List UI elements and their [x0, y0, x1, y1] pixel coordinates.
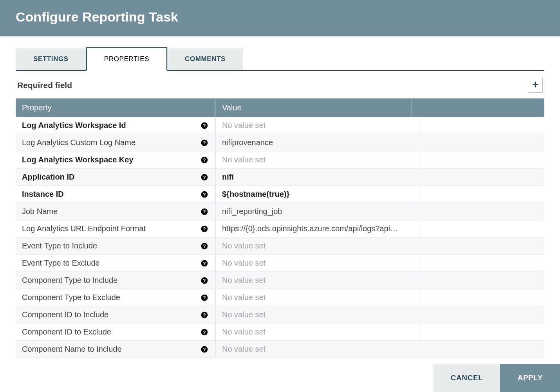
property-name: Log Analytics Workspace Key: [22, 155, 197, 164]
property-extra-cell: [419, 203, 544, 220]
table-row: Component Type to Exclude?No value set: [16, 289, 544, 306]
property-value-cell[interactable]: No value set: [215, 306, 419, 323]
table-row: Component ID to Include?No value set: [16, 306, 544, 324]
property-extra-cell: [419, 289, 544, 306]
table-row: Log Analytics Custom Log Name?nifiproven…: [16, 134, 544, 151]
property-name: Log Analytics Custom Log Name: [22, 138, 197, 147]
property-name: Component Name to Include: [22, 345, 197, 354]
tab-settings[interactable]: SETTINGS: [16, 48, 86, 70]
property-extra-cell: [419, 341, 544, 358]
property-value-cell[interactable]: No value set: [215, 117, 419, 134]
property-value-cell[interactable]: nifi_reporting_job: [215, 203, 419, 220]
property-extra-cell: [419, 117, 544, 134]
property-name-cell: Component Type to Exclude?: [16, 289, 215, 306]
svg-text:?: ?: [203, 123, 206, 128]
svg-text:?: ?: [203, 140, 206, 145]
help-icon[interactable]: ?: [201, 277, 208, 284]
property-value: No value set: [222, 241, 413, 250]
help-icon[interactable]: ?: [201, 294, 208, 302]
property-value-cell[interactable]: No value set: [215, 255, 419, 272]
help-icon[interactable]: ?: [201, 328, 208, 336]
table-row: Log Analytics Workspace Key?No value set: [16, 151, 544, 169]
svg-text:?: ?: [203, 157, 206, 162]
property-value: No value set: [222, 293, 413, 302]
property-value: No value set: [222, 276, 413, 285]
property-value-cell[interactable]: nifiprovenance: [215, 134, 419, 151]
property-extra-cell: [419, 237, 544, 254]
plus-icon: [531, 80, 540, 90]
help-icon[interactable]: ?: [201, 259, 208, 267]
help-icon[interactable]: ?: [201, 156, 208, 164]
table-row: Component ID to Exclude?No value set: [16, 324, 544, 341]
svg-text:?: ?: [203, 192, 206, 197]
property-name: Instance ID: [22, 190, 197, 199]
help-icon[interactable]: ?: [201, 345, 208, 353]
property-name-cell: Event Type to Include?: [16, 237, 215, 254]
property-extra-cell: [419, 306, 544, 323]
help-icon[interactable]: ?: [201, 225, 208, 233]
svg-text:?: ?: [203, 174, 206, 180]
cancel-button[interactable]: CANCEL: [434, 364, 500, 392]
property-value-cell[interactable]: No value set: [215, 324, 419, 340]
table-row: Log Analytics Workspace Id?No value set: [16, 117, 544, 134]
property-extra-cell: [419, 255, 544, 272]
property-name: Component ID to Include: [22, 310, 197, 319]
property-name: Log Analytics Workspace Id: [22, 121, 197, 130]
property-value-cell[interactable]: nifi: [215, 169, 419, 185]
property-value-cell[interactable]: https://{0}.ods.opinsights.azure.com/api…: [215, 220, 419, 237]
column-header-value: Value: [215, 99, 411, 117]
table-row: Event Type to Include?No value set: [16, 237, 544, 255]
table-row: Log Analytics URL Endpoint Format?https:…: [16, 220, 544, 237]
property-name: Log Analytics URL Endpoint Format: [22, 224, 197, 233]
property-value: ${hostname(true)}: [222, 190, 413, 199]
help-icon[interactable]: ?: [201, 191, 208, 198]
table-header: Property Value: [16, 99, 544, 117]
property-name: Event Type to Exclude: [22, 259, 197, 268]
svg-text:?: ?: [203, 226, 206, 231]
apply-button[interactable]: APPLY: [500, 364, 560, 392]
help-icon[interactable]: ?: [201, 311, 208, 319]
property-value-cell[interactable]: ${hostname(true)}: [215, 186, 419, 203]
properties-top-bar: Required field: [16, 71, 544, 98]
property-value-cell[interactable]: No value set: [215, 272, 419, 289]
property-value: No value set: [222, 155, 413, 164]
add-property-button[interactable]: [528, 78, 543, 93]
property-extra-cell: [419, 324, 544, 340]
property-value-cell[interactable]: No value set: [215, 341, 419, 358]
svg-text:?: ?: [203, 261, 206, 266]
property-name: Job Name: [22, 207, 197, 216]
property-value-cell[interactable]: No value set: [215, 289, 419, 306]
property-value-cell[interactable]: No value set: [215, 151, 419, 168]
tab-comments[interactable]: COMMENTS: [167, 48, 243, 70]
help-icon[interactable]: ?: [201, 242, 208, 250]
property-name: Event Type to Include: [22, 241, 197, 250]
property-name-cell: Component Type to Include?: [16, 272, 215, 289]
property-value: No value set: [222, 310, 413, 319]
property-extra-cell: [419, 272, 544, 289]
property-name-cell: Log Analytics URL Endpoint Format?: [16, 220, 215, 237]
property-extra-cell: [419, 151, 544, 168]
help-icon[interactable]: ?: [201, 173, 208, 181]
property-value: nifi: [222, 173, 413, 182]
dialog-title: Configure Reporting Task: [16, 9, 544, 25]
property-name: Component ID to Exclude: [22, 327, 197, 336]
property-value: No value set: [222, 121, 413, 130]
svg-text:?: ?: [203, 347, 206, 352]
property-name-cell: Component Name to Include?: [16, 341, 215, 358]
dialog-footer: CANCEL APPLY: [0, 364, 560, 392]
table-row: Component Type to Include?No value set: [16, 272, 544, 289]
table-row: Application ID?nifi: [16, 169, 544, 186]
property-extra-cell: [419, 169, 544, 185]
svg-text:?: ?: [203, 329, 206, 334]
svg-text:?: ?: [203, 295, 206, 300]
help-icon[interactable]: ?: [201, 208, 208, 216]
tab-properties[interactable]: PROPERTIES: [86, 47, 167, 71]
configure-reporting-task-dialog: Configure Reporting Task SETTINGSPROPERT…: [0, 0, 560, 392]
property-extra-cell: [419, 134, 544, 151]
property-name-cell: Component ID to Exclude?: [16, 324, 215, 340]
property-value: No value set: [222, 327, 413, 336]
help-icon[interactable]: ?: [201, 122, 208, 129]
svg-text:?: ?: [203, 312, 206, 317]
help-icon[interactable]: ?: [201, 139, 208, 147]
property-value-cell[interactable]: No value set: [215, 237, 419, 254]
